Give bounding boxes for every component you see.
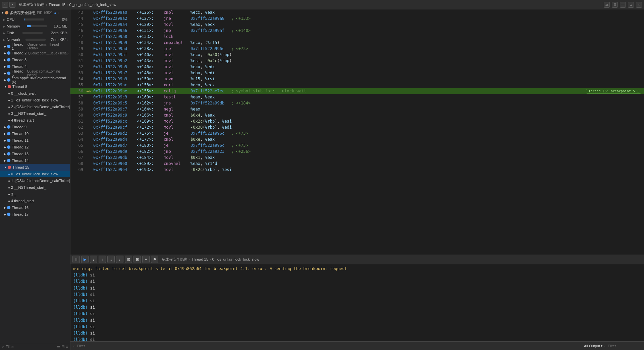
back-button[interactable]: ‹: [2, 2, 8, 8]
forward-button[interactable]: ›: [9, 2, 15, 8]
disasm-row-54[interactable]: 540x7fff522a99b9<+150>:movq%r15, %rsi: [70, 76, 644, 82]
disasm-row-68[interactable]: 680x7fff522a99e0<+189>:cmovnel%eax, %r14…: [70, 161, 644, 167]
disasm-row-56[interactable]: 56–>0x7fff522a99be<+155>:callq0x7fff522a…: [70, 88, 644, 94]
disasm-row-67[interactable]: 670x7fff522a99db<+184>:movl$0x1, %eax: [70, 155, 644, 161]
console-warning: warning: failed to set breakpoint site a…: [73, 266, 641, 272]
thread8-frame2[interactable]: ● 2 -[OSUnfairLockDemo _saleTicket]: [0, 103, 70, 110]
thread1-header[interactable]: ▶ Thread 1 Queue: com....thread (serial): [0, 43, 70, 50]
line-number: 59: [73, 107, 83, 112]
disasm-row-49[interactable]: 490x7fff522a99ad<+138>:jne0x7fff522a996c…: [70, 46, 644, 52]
maximize-button[interactable]: □: [628, 2, 634, 8]
thread14-header[interactable]: ▶ Thread 14: [0, 157, 70, 164]
disasm-row-69[interactable]: 690x7fff522a99e4<+193>:movl-0x2c(%rbp), …: [70, 167, 644, 173]
thread15-frame2[interactable]: ● 2 __NSThread_start_: [0, 184, 70, 191]
thread15-header[interactable]: ▼ Thread 15: [0, 164, 70, 171]
step-inst-button[interactable]: ⤵: [107, 256, 115, 263]
memory-button[interactable]: ⚑: [151, 256, 158, 263]
thread15-frame1[interactable]: ● 1 -[OSUnfairLockDemo _saleTicket]: [0, 177, 70, 184]
thread16-header[interactable]: ▶ Thread 16: [0, 204, 70, 211]
disasm-row-61[interactable]: 610x7fff522a99cc<+169>:movl-0x2c(%rbp), …: [70, 118, 644, 124]
thread15-frame4[interactable]: ● 4 thread_start: [0, 198, 70, 204]
bt-breadcrumb-frame[interactable]: 0 _os_unfair_lock_lock_slow: [212, 257, 259, 261]
settings-icon[interactable]: ⚙: [612, 2, 618, 8]
step-over-button[interactable]: ▶: [81, 256, 89, 263]
disasm-row-44[interactable]: 440x7fff522a99a2<+127>:jne0x7fff522a99a8…: [70, 15, 644, 21]
thread5-header[interactable]: ▶ Thread 5 Queue: com.a...oming (serial): [0, 70, 70, 77]
disasm-row-62[interactable]: 620x7fff522a99cf<+172>:movl-0x30(%rbp), …: [70, 124, 644, 130]
warning-icon[interactable]: ⚠: [604, 2, 610, 8]
disasm-row-50[interactable]: 500x7fff522a99af<+140>:movl%ecx, -0x30(%…: [70, 52, 644, 58]
thread4-header[interactable]: ▶ Thread 4: [0, 63, 70, 70]
thread8-frame0[interactable]: ● 0 __ulock_wait: [0, 90, 70, 97]
thread8-frame4[interactable]: ● 4 thread_start: [0, 117, 70, 124]
thread17-label: Thread 17: [12, 212, 29, 216]
line-number: 69: [73, 167, 83, 172]
operands: $0x1, %eax: [191, 155, 641, 160]
line-number: 45: [73, 22, 83, 27]
close-button[interactable]: ×: [636, 2, 642, 8]
sidebar-filter-input[interactable]: [6, 345, 55, 349]
disasm-row-45[interactable]: 450x7fff522a99a4<+129>:movl%eax, %ecx: [70, 21, 644, 28]
console-cmd: si: [90, 337, 95, 341]
thread9-header[interactable]: ▶ Thread 9: [0, 124, 70, 130]
disasm-row-60[interactable]: 600x7fff522a99c9<+166>:cmpl$0x4, %eax: [70, 112, 644, 118]
disasm-row-59[interactable]: 590x7fff522a99c7<+164>:negl%eax: [70, 106, 644, 112]
process-header[interactable]: ▼ 多线程安全隐患 PID 19521 ● ⏸: [0, 9, 70, 16]
thread15-frame3[interactable]: ● 3 _: [0, 191, 70, 198]
thread8-frame1[interactable]: ● 1 _os_unfair_lock_lock_slow: [0, 97, 70, 103]
disasm-row-52[interactable]: 520x7fff522a99b5<+146>:movl%ecx, %edx: [70, 64, 644, 70]
bottom-filter-icon: ⌕: [73, 344, 75, 348]
thread15-frame0[interactable]: ● 0 _os_unfair_lock_lock_slow: [0, 171, 70, 177]
thread8-header[interactable]: ▼ Thread 8: [0, 83, 70, 90]
disasm-row-55[interactable]: 550x7fff522a99bc<+153>:xorl%ecx, %ecx: [70, 82, 644, 88]
step-in-button[interactable]: ↓: [90, 256, 97, 263]
grid-view-icon[interactable]: ⊞: [61, 344, 65, 349]
step-inst-over-button[interactable]: ↕: [116, 256, 123, 263]
step-out-button[interactable]: ↑: [99, 256, 106, 263]
frame-button[interactable]: ⊡: [125, 256, 132, 263]
thread17-header[interactable]: ▶ Thread 17: [0, 211, 70, 218]
breadcrumb-frame[interactable]: 0 _os_unfair_lock_lock_slow: [69, 3, 116, 7]
disasm-row-64[interactable]: 640x7fff522a99d4<+177>:cmpl$0xe, %eax: [70, 136, 644, 142]
bt-breadcrumb-thread[interactable]: Thread 15: [192, 257, 208, 261]
thread11-header[interactable]: ▶ Thread 11: [0, 137, 70, 144]
disasm-row-66[interactable]: 660x7fff522a99d9<+182>:jmp0x7fff522a9a23…: [70, 148, 644, 155]
thread8-frame3[interactable]: ● 3 __NSThread_start_: [0, 110, 70, 117]
disassembly-view[interactable]: 430x7fff522a99a0<+125>:cmpl%ecx, %eax440…: [70, 9, 644, 255]
right-filter-controls: ⌕: [604, 344, 641, 348]
bottom-filter-input[interactable]: [77, 344, 583, 348]
details-view-icon[interactable]: ≡: [66, 344, 68, 349]
thread-button[interactable]: ⊞: [133, 256, 141, 263]
line-number: 67: [73, 155, 83, 160]
disasm-row-53[interactable]: 530x7fff522a99b7<+148>:movl%ebx, %edi: [70, 70, 644, 76]
disasm-row-43[interactable]: 430x7fff522a99a0<+125>:cmpl%ecx, %eax: [70, 9, 644, 15]
disasm-row-46[interactable]: 460x7fff522a99a6<+131>:jmp0x7fff522a99af…: [70, 28, 644, 34]
bt-breadcrumb-process[interactable]: 多线程安全隐患: [162, 257, 187, 262]
pause-button[interactable]: ⏸: [72, 256, 80, 263]
offset: <+177>:: [137, 137, 164, 142]
disasm-row-57[interactable]: 570x7fff522a99c3<+160>:testl%eax, %eax: [70, 94, 644, 100]
disasm-row-63[interactable]: 630x7fff522a99d2<+175>:je0x7fff522a996c;…: [70, 130, 644, 136]
thread2-header[interactable]: ▶ Thread 2 Queue: com....ueue (serial): [0, 50, 70, 56]
address: 0x7fff522a99a2: [93, 16, 137, 21]
disasm-row-47[interactable]: 470x7fff522a99a8<+133>:lock: [70, 34, 644, 40]
thread3-header[interactable]: ▶ Thread 3: [0, 56, 70, 63]
thread13-header[interactable]: ▶ Thread 13: [0, 150, 70, 157]
breadcrumb-process[interactable]: 多线程安全隐患: [19, 2, 45, 7]
disasm-row-51[interactable]: 510x7fff522a99b2<+143>:movl%esi, -0x2c(%…: [70, 58, 644, 64]
thread10-header[interactable]: ▶ Thread 10: [0, 130, 70, 137]
uikit-thread-header[interactable]: ▶ com.apple.uikit.eventfetch-thread (6): [0, 77, 70, 83]
output-selector[interactable]: All Output ▾: [584, 344, 603, 348]
disasm-row-48[interactable]: 480x7fff522a99a9<+134>:cmpxchgl%ecx, (%r…: [70, 40, 644, 46]
breadcrumb-thread[interactable]: Thread 15: [49, 3, 65, 7]
disasm-row-58[interactable]: 580x7fff522a99c5<+162>:jns0x7fff522a99db…: [70, 100, 644, 106]
assembly-button[interactable]: ≡: [142, 256, 150, 263]
address: 0x7fff522a99a9: [93, 40, 137, 45]
right-filter-input[interactable]: [608, 344, 641, 348]
mnemonic: movl: [164, 52, 191, 57]
line-number: 49: [73, 46, 83, 51]
thread12-header[interactable]: ▶ Thread 12: [0, 144, 70, 150]
disasm-row-65[interactable]: 650x7fff522a99d7<+180>:je0x7fff522a996c;…: [70, 142, 644, 148]
minimize-button[interactable]: —: [620, 2, 626, 8]
list-view-icon[interactable]: ☰: [57, 344, 60, 349]
